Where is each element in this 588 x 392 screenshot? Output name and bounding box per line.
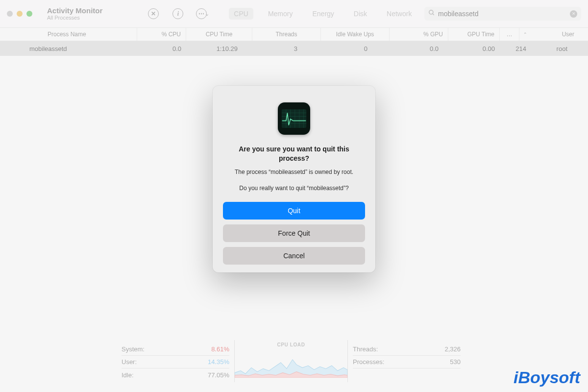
dialog-message-1: The process “mobileassetd” is owned by r… [227,168,361,176]
force-quit-button[interactable]: Force Quit [223,224,365,242]
activity-monitor-icon [278,102,310,135]
cancel-button[interactable]: Cancel [223,247,365,265]
svg-rect-2 [282,109,306,128]
dialog-title: Are you sure you want to quit this proce… [226,145,362,163]
watermark: iBoysoft [514,368,580,387]
quit-button[interactable]: Quit [223,202,365,220]
quit-confirm-dialog: Are you sure you want to quit this proce… [213,86,375,272]
dialog-message-2: Do you really want to quit “mobileassetd… [227,184,361,193]
